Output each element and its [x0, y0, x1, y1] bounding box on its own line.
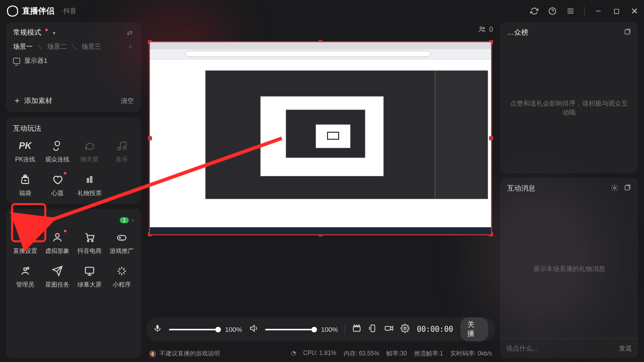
- app-logo: 直播伴侣 ·抖音: [7, 6, 76, 17]
- people-icon: [478, 25, 486, 33]
- monitor-icon: [13, 58, 20, 64]
- popout-icon[interactable]: [623, 28, 631, 37]
- tools-title: 直播工具 1 ›: [6, 209, 141, 226]
- scene-tabs: 场景一＼ 场景二＼ 场景三 ＋: [13, 42, 134, 51]
- svg-point-10: [22, 234, 29, 241]
- pk-connect[interactable]: PKPK连线: [9, 139, 41, 164]
- scene-tab-3[interactable]: 场景三: [82, 42, 101, 51]
- svg-rect-9: [91, 177, 92, 183]
- status-tip[interactable]: 不建议直播的游戏说明: [159, 349, 220, 358]
- notification-dot: [45, 29, 48, 31]
- svg-rect-23: [385, 326, 391, 330]
- screen-icon: [83, 264, 96, 278]
- audience-connect[interactable]: 观众连线: [41, 139, 73, 164]
- help-icon[interactable]: [548, 7, 557, 16]
- speaker-percent: 100%: [321, 326, 338, 333]
- swap-icon[interactable]: ⇄: [127, 29, 133, 37]
- gift-poll[interactable]: 礼物投票: [73, 173, 106, 198]
- minimize-icon[interactable]: [594, 7, 603, 16]
- add-scene-icon[interactable]: ＋: [127, 42, 134, 51]
- messages-title: 互动消息: [507, 184, 535, 193]
- clapper-icon[interactable]: [352, 324, 361, 335]
- svg-rect-5: [614, 9, 619, 14]
- settings-icon[interactable]: [611, 184, 618, 193]
- admin[interactable]: 管理员: [9, 264, 41, 289]
- avatar-icon: [51, 231, 64, 244]
- heart-icon: [51, 173, 64, 186]
- refresh-icon[interactable]: [530, 7, 539, 16]
- rank-panel: …众榜 点赞和送礼会影响排序，请积极与观众互动哦: [500, 22, 638, 173]
- chat-icon: [83, 139, 96, 152]
- chat-input-row: 说点什么... 发送: [500, 338, 638, 358]
- virtual-avatar[interactable]: 虚拟形象: [41, 231, 73, 255]
- svg-rect-8: [87, 178, 89, 182]
- push-stat: 推流帧率:1: [414, 349, 443, 358]
- wish[interactable]: 心愿: [41, 173, 73, 198]
- svg-point-19: [480, 27, 482, 29]
- svg-point-12: [55, 234, 59, 237]
- scene-tab-1[interactable]: 场景一: [13, 42, 33, 51]
- center-header: 0: [146, 22, 495, 36]
- mic-icon[interactable]: [153, 324, 162, 335]
- svg-point-14: [92, 240, 93, 242]
- svg-point-24: [404, 327, 407, 330]
- svg-point-11: [24, 236, 27, 239]
- greenscreen[interactable]: 绿幕大屏: [73, 264, 106, 289]
- maximize-icon[interactable]: [612, 7, 621, 16]
- mem-stat: 内存: 63.55%: [344, 349, 379, 358]
- close-icon[interactable]: ✕: [630, 7, 639, 16]
- preview-canvas[interactable]: [149, 41, 492, 235]
- nested-taskbar: [150, 227, 491, 234]
- chat-input[interactable]: 说点什么...: [506, 344, 538, 353]
- status-bar: 🔇 不建议直播的游戏说明 ◔ CPU: 1.81% 内存: 63.55% 帧率:…: [146, 346, 495, 358]
- add-source-button[interactable]: ＋ 添加素材: [13, 96, 52, 106]
- resize-handle[interactable]: [148, 136, 152, 140]
- orientation-icon[interactable]: [368, 324, 377, 335]
- nested-window-3: [286, 110, 365, 158]
- mute-icon[interactable]: 🔇: [149, 350, 156, 357]
- ecommerce[interactable]: 抖音电商: [73, 231, 106, 255]
- stream-settings[interactable]: 直播设置: [9, 231, 41, 255]
- nested-window-1: [205, 70, 441, 199]
- speaker-slider[interactable]: [265, 329, 314, 330]
- miniapp[interactable]: 小程序: [106, 264, 138, 289]
- speaker-icon[interactable]: [249, 324, 258, 335]
- stream-timer: 00:00:00: [417, 325, 453, 334]
- cpu-stat: CPU: 1.81%: [303, 349, 336, 358]
- popout-icon[interactable]: [623, 184, 631, 193]
- lucky-bag[interactable]: 福袋: [9, 173, 41, 198]
- svg-point-16: [24, 268, 27, 271]
- svg-point-26: [614, 187, 616, 189]
- settings-icon[interactable]: [400, 324, 410, 335]
- chat-room[interactable]: 聊天室: [73, 139, 106, 164]
- menu-icon[interactable]: [566, 7, 575, 16]
- star-task[interactable]: 星图任务: [41, 264, 73, 289]
- divider: [345, 324, 345, 334]
- viewer-count: 0: [478, 25, 493, 33]
- svg-point-7: [123, 146, 126, 149]
- plane-icon: [51, 264, 64, 278]
- chevron-right-icon[interactable]: ›: [132, 217, 134, 224]
- clear-button[interactable]: 清空: [121, 97, 134, 106]
- send-button[interactable]: 发送: [619, 344, 632, 353]
- mic-slider[interactable]: [169, 329, 218, 330]
- end-stream-button[interactable]: 关播: [460, 317, 488, 341]
- scene-tab-2[interactable]: 场景二: [47, 42, 67, 51]
- svg-rect-18: [86, 267, 94, 274]
- camera-icon[interactable]: [384, 324, 393, 335]
- music[interactable]: 音乐: [106, 139, 138, 164]
- logo-icon: [7, 5, 19, 18]
- pk-icon: PK: [19, 139, 32, 152]
- svg-point-20: [483, 27, 485, 29]
- nested-browser-chrome: [150, 42, 491, 59]
- interactive-title: 互动玩法: [6, 117, 141, 134]
- speed-icon: ◔: [291, 349, 296, 358]
- fps-stat: 帧率:30: [386, 349, 407, 358]
- resize-handle[interactable]: [489, 136, 493, 140]
- control-bar: 100% 100% 00:00:00 关播: [146, 317, 495, 341]
- source-monitor[interactable]: 显示器1: [13, 56, 134, 65]
- svg-rect-15: [118, 235, 126, 240]
- interactive-panel: 互动玩法 PKPK连线 观众连线 聊天室 音乐 福袋 心愿 礼物投票: [6, 117, 141, 204]
- game-promo[interactable]: 游戏推广: [106, 231, 138, 255]
- mode-selector[interactable]: 常规模式 ▾ ⇄: [13, 28, 134, 37]
